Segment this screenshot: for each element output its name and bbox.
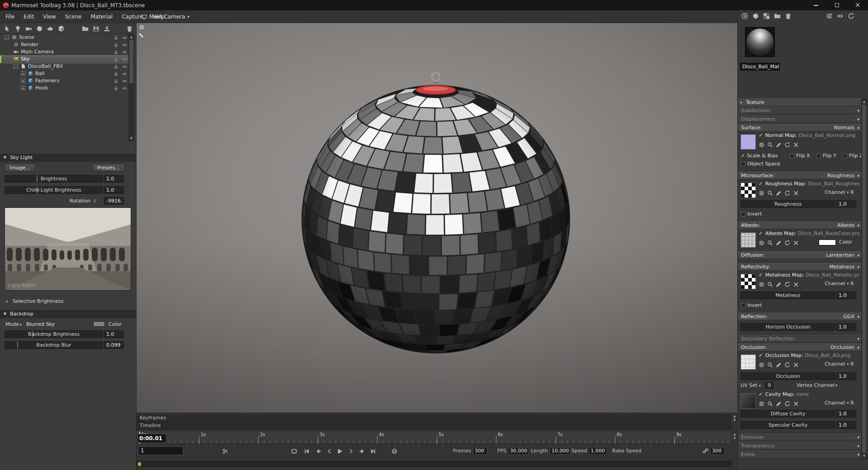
current-frame-field[interactable]: 1 <box>138 446 183 455</box>
select-tool-icon[interactable] <box>4 25 10 32</box>
section-secondary-reflection[interactable]: Secondary Reflection: - ▾ <box>738 335 861 343</box>
section-texture[interactable]: ▸ Texture <box>738 99 861 106</box>
occlusion-value[interactable]: 1.0 <box>836 372 856 380</box>
tree-row-sky[interactable]: Sky <box>0 56 128 63</box>
section-diffusion[interactable]: Diffusion: Lambertian ▾ <box>738 251 861 259</box>
albedo-map-thumbnail[interactable] <box>741 232 756 248</box>
section-extra[interactable]: Extra: - ▾ <box>738 451 861 458</box>
step-forward-button[interactable] <box>346 446 355 456</box>
edit-icon[interactable] <box>776 362 782 368</box>
lock-icon[interactable] <box>113 42 118 47</box>
section-mode[interactable]: - <box>853 451 854 458</box>
section-reflectivity[interactable]: Reflectivity: Metalness ▾ <box>738 263 861 271</box>
arrow-down-icon[interactable]: ▼ <box>732 437 737 441</box>
section-reflection[interactable]: Reflection: GGX ▾ <box>738 313 861 320</box>
clear-icon[interactable] <box>793 401 799 407</box>
go-to-start-button[interactable] <box>302 446 311 456</box>
viewport-3d[interactable] <box>137 23 737 413</box>
section-mode[interactable]: - <box>853 116 854 122</box>
length-value[interactable]: 10.000 <box>550 447 571 455</box>
diffuse-cavity-value[interactable]: 1.0 <box>836 410 856 418</box>
section-displacement[interactable]: Displacement: - ▾ <box>738 115 861 123</box>
tree-row-fasteners[interactable]: + Fasteners <box>0 77 128 85</box>
import-icon[interactable] <box>104 25 110 32</box>
gear-icon[interactable] <box>759 190 764 196</box>
gear-icon[interactable] <box>759 282 764 287</box>
stepper-down-icon[interactable]: ▾ <box>94 201 95 203</box>
eye-icon[interactable] <box>122 86 127 91</box>
scrollbar-thumb[interactable] <box>862 105 866 453</box>
delete-icon[interactable] <box>126 25 133 32</box>
occlusion-map-thumbnail[interactable] <box>741 354 756 370</box>
viewport-annotate-icon[interactable] <box>138 33 144 38</box>
eye-icon[interactable] <box>122 79 127 84</box>
frames-value[interactable]: 300 <box>473 447 487 455</box>
backdrop-brightness-slider[interactable]: Backdrop Brightness 1.0 <box>5 330 124 338</box>
turntable-button[interactable] <box>390 446 399 456</box>
material-preview[interactable] <box>745 27 775 57</box>
checker-icon[interactable] <box>763 13 770 19</box>
sky-light-header[interactable]: ▼ Sky Light <box>0 154 137 162</box>
normal-map-thumbnail[interactable] <box>741 134 756 150</box>
section-mode[interactable]: GGX <box>843 313 854 320</box>
timeline-scrollbar[interactable] <box>137 461 731 467</box>
section-mode[interactable]: - <box>853 107 854 114</box>
section-mode[interactable]: Roughness <box>827 172 854 179</box>
albedo-color-swatch[interactable] <box>819 240 836 245</box>
split-keyframes-button[interactable] <box>221 446 230 456</box>
metalness-slider[interactable]: Metalness 1.0 <box>741 291 857 299</box>
loop-toggle-button[interactable] <box>289 446 298 456</box>
tree-row-ball[interactable]: + Ball <box>0 70 128 77</box>
tree-scrollbar[interactable]: ▲ ▼ <box>128 34 134 141</box>
selective-brightness-header[interactable]: ▸ Selective Brightness <box>0 297 137 305</box>
clear-icon[interactable] <box>793 240 799 246</box>
trash-icon[interactable] <box>785 13 792 19</box>
previous-keyframe-button[interactable] <box>313 446 322 456</box>
edit-icon[interactable] <box>776 142 782 148</box>
camera-selector[interactable]: Main Camera ▾ <box>141 10 189 23</box>
tree-row-render[interactable]: Render <box>0 41 128 48</box>
save-icon[interactable] <box>93 25 99 32</box>
reload-icon[interactable] <box>784 240 790 246</box>
lock-icon[interactable] <box>113 79 118 84</box>
eye-icon[interactable] <box>122 50 127 55</box>
roughness-map-thumbnail[interactable] <box>741 183 756 198</box>
clear-icon[interactable] <box>793 190 799 196</box>
tree-row-scene[interactable]: − Scene <box>0 34 128 41</box>
eye-icon[interactable] <box>122 42 127 47</box>
reload-icon[interactable] <box>784 142 790 148</box>
specular-cavity-value[interactable]: 1.0 <box>836 421 856 429</box>
add-fog-icon[interactable] <box>47 25 54 32</box>
scroll-down-icon[interactable]: ▼ <box>862 454 867 458</box>
arrow-down-icon[interactable]: ▼ <box>732 418 737 423</box>
search-icon[interactable] <box>767 240 773 246</box>
lock-icon[interactable] <box>113 86 118 91</box>
scroll-up-icon[interactable]: ▲ <box>129 35 134 39</box>
channel-selector[interactable]: Channel ▾ R <box>825 281 854 287</box>
section-albedo[interactable]: Albedo: Albedo ▾ <box>738 221 861 229</box>
backdrop-header[interactable]: ▼ Backdrop <box>0 310 137 318</box>
section-occlusion[interactable]: Occlusion: Occlusion ▾ <box>738 343 861 351</box>
minimize-button[interactable] <box>806 0 826 10</box>
material-name[interactable]: Disco_Ball_Mat <box>740 63 780 70</box>
invert-checkbox[interactable]: Invert <box>741 211 762 217</box>
scroll-up-icon[interactable]: ▲ <box>862 99 867 104</box>
search-icon[interactable] <box>767 142 773 148</box>
eye-icon[interactable] <box>122 57 127 62</box>
arrow-up-icon[interactable]: ▲ <box>732 414 737 418</box>
bake-speed-value[interactable]: 300 <box>710 447 725 455</box>
search-icon[interactable] <box>767 401 773 407</box>
horizon-occlusion-value[interactable]: 1.0 <box>836 323 856 331</box>
lock-icon[interactable] <box>113 35 118 40</box>
eye-icon[interactable] <box>837 13 844 19</box>
search-icon[interactable] <box>767 282 773 287</box>
cavity-map-thumbnail[interactable] <box>741 393 756 409</box>
clear-icon[interactable] <box>793 142 799 148</box>
add-camera-icon[interactable] <box>25 25 32 32</box>
menu-edit[interactable]: Edit <box>19 10 38 23</box>
image-button[interactable]: Image... <box>5 164 35 172</box>
metalness-value[interactable]: 1.0 <box>836 291 856 299</box>
material-sphere-icon[interactable] <box>752 13 759 19</box>
tree-row-hook[interactable]: + Hook <box>0 85 128 92</box>
reload-icon[interactable] <box>784 362 790 368</box>
